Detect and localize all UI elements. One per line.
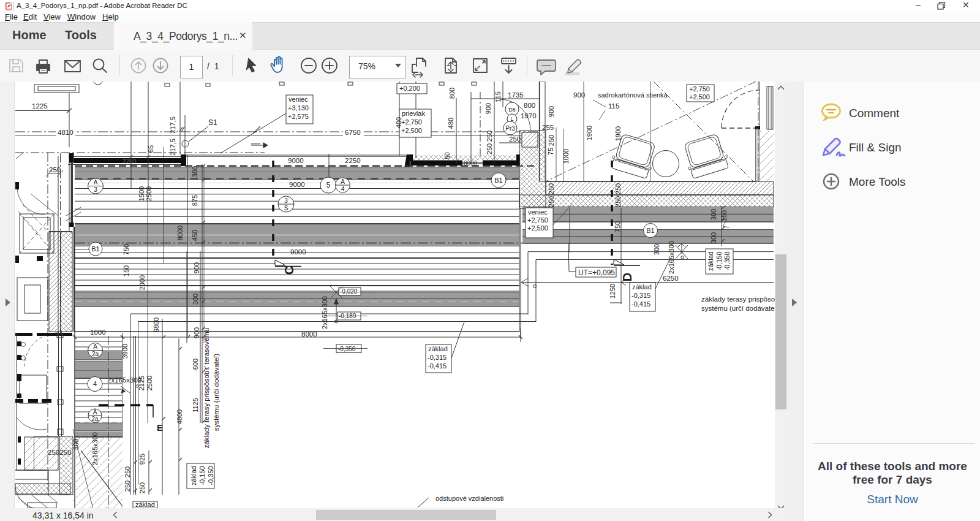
svg-text:900: 900 [193, 262, 200, 273]
svg-text:4: 4 [93, 380, 97, 387]
svg-text:6250: 6250 [663, 275, 679, 282]
svg-text:3: 3 [94, 186, 97, 193]
svg-text:300: 300 [710, 209, 717, 220]
svg-text:A: A [341, 178, 345, 185]
svg-text:systému (určí dodávate: systému (určí dodávate [701, 305, 775, 312]
svg-text:+2,500: +2,500 [401, 127, 422, 134]
svg-text:+2,750: +2,750 [401, 118, 422, 126]
svg-text:9000: 9000 [290, 248, 306, 256]
svg-text:480: 480 [447, 118, 454, 129]
svg-text:300: 300 [191, 166, 198, 177]
svg-text:750: 750 [614, 221, 621, 232]
svg-text:-0,350: -0,350 [207, 466, 214, 485]
svg-text:3900: 3900 [121, 344, 129, 359]
svg-text:875: 875 [191, 195, 198, 206]
svg-text:B1: B1 [646, 227, 654, 234]
svg-text:-0,020: -0,020 [340, 288, 358, 295]
svg-text:systému (určí dodávateľ): systému (určí dodávateľ) [213, 353, 220, 431]
svg-text:250: 250 [49, 166, 61, 173]
svg-text:2a: 2a [91, 416, 99, 422]
svg-text:3: 3 [284, 197, 288, 204]
svg-text:1900: 1900 [586, 126, 593, 140]
svg-text:1000: 1000 [562, 149, 570, 164]
svg-text:D: D [620, 273, 634, 281]
svg-text:+0,200: +0,200 [399, 85, 420, 92]
svg-text:750: 750 [123, 244, 130, 255]
svg-text:+2,575: +2,575 [288, 113, 309, 120]
svg-text:9000: 9000 [288, 157, 304, 164]
svg-text:+2,500: +2,500 [689, 93, 710, 101]
svg-text:UT=+0,095: UT=+0,095 [578, 268, 615, 277]
svg-text:2250: 2250 [123, 158, 137, 165]
svg-text:6750: 6750 [345, 129, 361, 136]
svg-text:A: A [94, 179, 98, 186]
svg-text:4800: 4800 [176, 409, 183, 424]
svg-text:150: 150 [720, 210, 728, 221]
svg-text:veniec: veniec [288, 96, 308, 103]
svg-text:600: 600 [192, 359, 199, 370]
svg-text:odstupové vzdialenosti: odstupové vzdialenosti [435, 495, 503, 502]
svg-text:C: C [282, 266, 296, 275]
svg-text:250: 250 [124, 466, 131, 477]
svg-text:250: 250 [614, 183, 622, 194]
svg-text:základ: základ [632, 283, 652, 291]
svg-text:2500: 2500 [146, 376, 153, 390]
svg-text:+2,500: +2,500 [527, 224, 548, 232]
svg-text:základ: základ [707, 251, 714, 271]
svg-text:S: S [284, 205, 288, 211]
svg-text:8000: 8000 [301, 330, 317, 338]
svg-text:1250: 1250 [609, 284, 616, 299]
svg-text:-0,415: -0,415 [631, 300, 650, 308]
svg-text:E: E [157, 422, 163, 433]
svg-text:2250: 2250 [345, 157, 361, 164]
svg-text:-0,150: -0,150 [715, 251, 723, 270]
svg-text:255: 255 [542, 124, 554, 131]
svg-text:925: 925 [138, 454, 146, 465]
svg-text:900: 900 [573, 91, 585, 99]
svg-text:1900: 1900 [614, 126, 622, 141]
svg-text:-0,350: -0,350 [723, 251, 731, 270]
svg-text:1970: 1970 [521, 112, 537, 120]
svg-text:základy terasy prispôso: základy terasy prispôso [701, 295, 775, 303]
svg-text:250: 250 [509, 135, 521, 143]
svg-text:Pr3: Pr3 [505, 125, 515, 132]
svg-text:150: 150 [123, 265, 130, 276]
svg-text:B1: B1 [494, 177, 502, 184]
svg-text:8000: 8000 [176, 226, 184, 240]
svg-text:250: 250 [138, 482, 146, 493]
svg-text:2500: 2500 [145, 186, 153, 201]
svg-text:4: 4 [341, 186, 345, 192]
svg-text:800: 800 [448, 88, 456, 99]
svg-text:1000: 1000 [90, 329, 106, 336]
svg-text:2x165x300: 2x165x300 [107, 376, 141, 384]
svg-text:115: 115 [608, 102, 619, 110]
svg-text:1125: 1125 [192, 398, 199, 413]
svg-text:-0,150: -0,150 [198, 466, 206, 485]
svg-text:sadrokartónová stienka: sadrokartónová stienka [598, 91, 668, 99]
svg-text:-0,350: -0,350 [338, 346, 356, 352]
svg-text:+3,130: +3,130 [288, 104, 309, 112]
svg-text:-0,415: -0,415 [428, 362, 447, 370]
svg-text:900: 900 [484, 103, 492, 114]
svg-text:9000: 9000 [289, 181, 305, 188]
svg-text:300: 300 [192, 294, 199, 305]
svg-text:S1: S1 [208, 118, 217, 127]
svg-text:základ: základ [190, 466, 197, 485]
svg-text:50: 50 [444, 152, 451, 159]
svg-text:2000: 2000 [138, 275, 146, 290]
svg-text:300: 300 [72, 439, 80, 450]
svg-text:základ: základ [135, 501, 155, 508]
svg-text:6800: 6800 [153, 318, 160, 332]
svg-text:L: L [510, 116, 513, 122]
svg-text:250: 250 [486, 131, 493, 142]
svg-text:2x165x300: 2x165x300 [91, 432, 99, 465]
svg-text:115: 115 [494, 91, 502, 102]
svg-text:A: A [93, 343, 97, 350]
svg-text:1735: 1735 [508, 91, 524, 99]
svg-text:2x165x300: 2x165x300 [321, 296, 328, 329]
svg-text:250: 250 [548, 135, 555, 146]
svg-text:250: 250 [548, 196, 555, 207]
svg-text:4810: 4810 [58, 129, 74, 136]
svg-text:217,5: 217,5 [169, 116, 176, 134]
svg-text:1225: 1225 [32, 102, 48, 110]
